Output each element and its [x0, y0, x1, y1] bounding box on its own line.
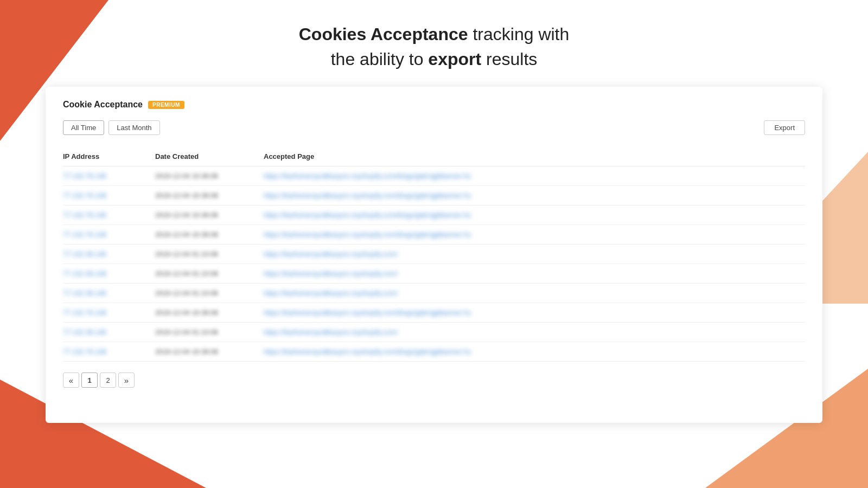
title-bold-2: export	[428, 49, 481, 69]
cell-date: 2019-12-04 10:38:08	[155, 166, 264, 186]
table-body: 77.132.76.1482019-12-04 10:38:08https://…	[63, 166, 805, 362]
last-month-filter-button[interactable]: Last Month	[108, 120, 159, 135]
page-title: Cookies Acceptance tracking with the abi…	[0, 22, 868, 72]
cell-ip: 77.132.76.148	[63, 342, 155, 362]
cell-url: https://fashionersyndikasyon.myshopify.c…	[264, 206, 805, 225]
cookie-acceptance-card: Cookie Acceptance PREMIUM All Time Last …	[46, 87, 822, 423]
filter-row: All Time Last Month Export	[63, 120, 805, 135]
title-normal-1: tracking with	[473, 24, 569, 44]
cell-ip: 77.132.38.148	[63, 264, 155, 284]
cell-url: https://fashionersyndikasyon.myshopify.c…	[264, 264, 805, 284]
cell-date: 2019-12-04 01:10:08	[155, 323, 264, 342]
cell-url: https://fashionersyndikasyon.myshopify.c…	[264, 245, 805, 264]
cell-url: https://fashionersyndikasyon.myshopify.c…	[264, 225, 805, 245]
cell-ip: 77.132.38.148	[63, 284, 155, 303]
export-button[interactable]: Export	[764, 120, 805, 135]
pagination-next-button[interactable]: »	[118, 373, 135, 388]
col-header-date: Date Created	[155, 148, 264, 166]
table-row: 77.132.38.1482019-12-04 01:10:08https://…	[63, 284, 805, 303]
cell-date: 2019-12-04 01:10:08	[155, 245, 264, 264]
cell-ip: 77.132.76.148	[63, 206, 155, 225]
table-row: 77.132.38.1482019-12-04 01:10:08https://…	[63, 245, 805, 264]
cell-date: 2019-12-04 01:10:08	[155, 264, 264, 284]
cell-ip: 77.132.38.148	[63, 245, 155, 264]
all-time-filter-button[interactable]: All Time	[63, 120, 104, 135]
cell-ip: 77.132.76.148	[63, 166, 155, 186]
cell-ip: 77.132.76.148	[63, 225, 155, 245]
table-row: 77.132.76.1482019-12-04 10:38:08https://…	[63, 206, 805, 225]
cell-url: https://fashionersyndikasyon.myshopify.c…	[264, 323, 805, 342]
pagination-page1-button[interactable]: 1	[81, 373, 98, 388]
cell-ip: 77.132.76.148	[63, 186, 155, 206]
cell-url: https://fashionersyndikasyon.myshopify.c…	[264, 303, 805, 323]
cell-ip: 77.132.76.148	[63, 303, 155, 323]
title-bold-1: Cookies Acceptance	[299, 24, 468, 44]
title-post-2: results	[486, 49, 537, 69]
pagination-page2-button[interactable]: 2	[100, 373, 116, 388]
cell-ip: 77.132.38.148	[63, 323, 155, 342]
cell-url: https://fashionersyndikasyon.myshopify.c…	[264, 284, 805, 303]
col-header-ip: IP Address	[63, 148, 155, 166]
table-row: 77.132.76.1482019-12-04 10:38:08https://…	[63, 225, 805, 245]
col-header-url: Accepted Page	[264, 148, 805, 166]
cell-date: 2019-12-04 10:38:08	[155, 342, 264, 362]
cell-url: https://fashionersyndikasyon.myshopify.c…	[264, 342, 805, 362]
cell-url: https://fashionersyndikasyon.myshopify.c…	[264, 166, 805, 186]
table-row: 77.132.76.1482019-12-04 10:38:08https://…	[63, 303, 805, 323]
pagination: « 1 2 »	[63, 373, 805, 388]
table-row: 77.132.38.1482019-12-04 01:10:08https://…	[63, 264, 805, 284]
cell-date: 2019-12-04 10:38:08	[155, 303, 264, 323]
premium-badge: PREMIUM	[148, 101, 184, 109]
title-pre-2: the ability to	[331, 49, 424, 69]
cell-url: https://fashionersyndikasyon.myshopify.c…	[264, 186, 805, 206]
cell-date: 2019-12-04 01:10:08	[155, 284, 264, 303]
cell-date: 2019-12-04 10:38:08	[155, 206, 264, 225]
card-title: Cookie Acceptance	[63, 100, 143, 110]
table-row: 77.132.76.1482019-12-04 10:38:08https://…	[63, 342, 805, 362]
cell-date: 2019-12-04 10:38:08	[155, 225, 264, 245]
card-header: Cookie Acceptance PREMIUM	[63, 100, 805, 110]
table-header: IP Address Date Created Accepted Page	[63, 148, 805, 166]
cell-date: 2019-12-04 10:38:08	[155, 186, 264, 206]
cookie-acceptance-table: IP Address Date Created Accepted Page 77…	[63, 148, 805, 362]
table-row: 77.132.76.1482019-12-04 10:38:08https://…	[63, 166, 805, 186]
pagination-prev-button[interactable]: «	[63, 373, 79, 388]
table-row: 77.132.76.1482019-12-04 10:38:08https://…	[63, 186, 805, 206]
table-row: 77.132.38.1482019-12-04 01:10:08https://…	[63, 323, 805, 342]
